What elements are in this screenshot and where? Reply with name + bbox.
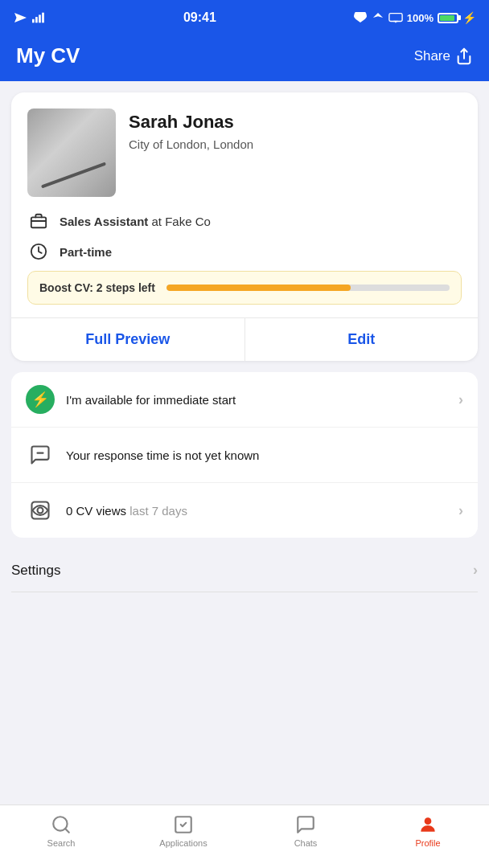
immediate-start-item[interactable]: ⚡ I'm available for immediate start › [11,372,478,428]
chats-nav-icon [294,813,317,836]
response-time-text: Your response time is not yet known [66,448,463,462]
cv-card-footer: Full Preview Edit [11,317,478,361]
bottom-nav: Search Applications Chats Profile [0,805,489,868]
app-header: My CV Share [0,35,489,81]
boost-text: Boost CV: 2 steps left [39,281,155,294]
nav-search[interactable]: Search [0,812,122,848]
job-row: Sales Assistant at Fake Co [27,210,462,232]
immediate-start-text: I'm available for immediate start [66,393,458,407]
status-left [13,12,47,23]
status-right: 100% ⚡ [353,11,476,24]
svg-rect-0 [32,19,35,23]
battery-percent: 100% [407,12,434,24]
profile-row: Sarah Jonas City of London, London [27,108,462,197]
boost-progress-bar [166,285,450,291]
nav-chats[interactable]: Chats [244,812,367,848]
search-nav-icon [50,813,72,836]
svg-rect-10 [31,217,46,227]
chat-icon [26,440,55,469]
svg-point-15 [38,508,43,514]
svg-point-19 [425,817,432,825]
settings-label: Settings [11,563,473,579]
nav-profile[interactable]: Profile [367,812,489,848]
profile-info: Sarah Jonas City of London, London [129,108,462,151]
full-preview-button[interactable]: Full Preview [11,318,245,361]
work-type-text: Part-time [60,245,112,259]
boost-banner: Boost CV: 2 steps left [27,271,462,305]
svg-line-17 [65,829,69,833]
share-button[interactable]: Share [414,47,473,65]
navigation-icon [372,12,384,23]
svg-rect-1 [35,17,38,23]
svg-rect-6 [389,14,402,22]
settings-section: Settings › [11,549,478,592]
svg-rect-14 [32,502,49,519]
profile-photo [27,108,116,197]
chevron-right-icon-2: › [458,502,463,519]
location-icon [353,12,368,23]
briefcase-icon [27,210,50,232]
nav-applications[interactable]: Applications [122,812,244,848]
info-list: ⚡ I'm available for immediate start › Yo… [11,372,478,538]
eye-icon [26,496,55,525]
cv-card: Sarah Jonas City of London, London Sales… [11,92,478,361]
page-title: My CV [16,43,80,68]
response-time-item: Your response time is not yet known [11,428,478,483]
charging-icon: ⚡ [462,11,476,24]
status-time: 09:41 [183,10,216,25]
chats-nav-label: Chats [294,838,318,848]
edit-button[interactable]: Edit [245,318,479,361]
profile-name: Sarah Jonas [129,112,462,133]
cv-views-text: 0 CV views last 7 days [66,504,458,518]
profile-location: City of London, London [129,137,462,151]
applications-nav-label: Applications [159,838,207,848]
chevron-right-icon: › [458,391,463,408]
status-bar: 09:41 100% ⚡ [0,0,489,35]
work-type-row: Part-time [27,240,462,263]
profile-nav-icon [417,813,439,836]
svg-marker-5 [373,13,383,18]
battery-icon [438,13,458,23]
applications-nav-icon [172,813,195,836]
job-title-text: Sales Assistant at Fake Co [60,215,211,228]
airplane-icon [13,12,27,23]
cv-views-item[interactable]: 0 CV views last 7 days › [11,483,478,538]
boost-progress-fill [166,285,351,291]
settings-chevron-icon: › [473,562,478,579]
search-nav-label: Search [47,838,76,848]
screen-icon [388,12,403,23]
settings-row[interactable]: Settings › [11,549,478,592]
lightning-icon: ⚡ [26,385,55,414]
svg-rect-3 [42,13,44,23]
clock-icon [27,240,50,263]
profile-nav-label: Profile [415,838,440,848]
svg-rect-2 [39,14,41,23]
share-icon [455,47,473,65]
signal-icon [32,12,47,23]
